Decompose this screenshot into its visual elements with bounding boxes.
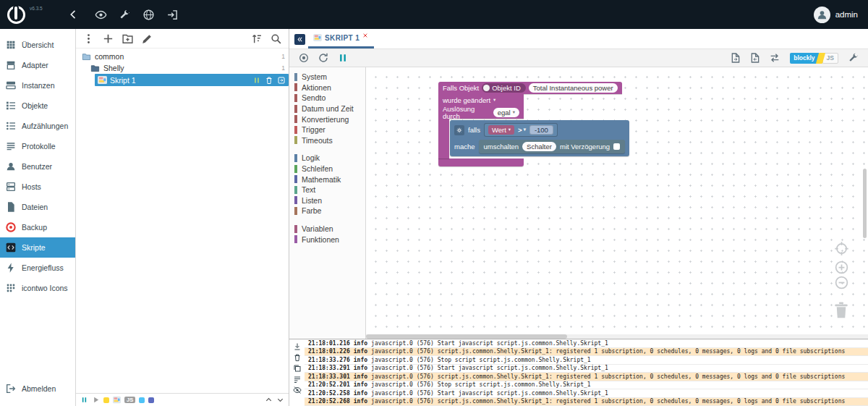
sidebar-item-dateien[interactable]: Dateien	[0, 197, 75, 217]
blockly-toolbox: System Aktionen Sendto Datum und Zeit Ko…	[289, 67, 366, 339]
toolbox-category-funktionen[interactable]: Funktionen	[289, 234, 365, 245]
add-folder-button[interactable]	[122, 33, 134, 45]
expand-all-icon[interactable]	[276, 396, 284, 404]
category-label: Timeouts	[302, 136, 333, 145]
tree-folder-shelly[interactable]: Shelly 1	[76, 62, 289, 74]
sort-icon[interactable]	[250, 33, 263, 45]
sidebar-item-energiefluss[interactable]: Energiefluss	[0, 258, 75, 278]
sidebar-item-benutzer[interactable]: Benutzer	[0, 156, 75, 177]
mutator-gear-icon[interactable]	[454, 125, 464, 135]
toolbox-category-timeouts[interactable]: Timeouts	[289, 135, 365, 146]
menu-dots-icon[interactable]	[82, 33, 95, 45]
wrench-icon[interactable]	[119, 9, 131, 21]
category-label: Funktionen	[302, 235, 339, 244]
export-blocks-icon[interactable]	[730, 52, 741, 64]
category-color-bar	[294, 154, 297, 162]
blockly-settings-wrench-icon[interactable]	[848, 52, 859, 64]
collapse-all-icon[interactable]	[265, 396, 273, 404]
number-field[interactable]: -100	[529, 125, 553, 135]
download-log-icon[interactable]	[293, 342, 302, 351]
toolbox-category-text[interactable]: Text	[289, 185, 365, 195]
filter-blockly-icon[interactable]	[113, 396, 121, 404]
filter-typescript-icon[interactable]	[139, 397, 145, 403]
pause-script-icon[interactable]	[252, 76, 261, 85]
toolbox-category-datum-und-zeit[interactable]: Datum und Zeit	[289, 103, 365, 114]
sidebar-item-objekte[interactable]: Objekte	[0, 96, 75, 116]
swap-icon[interactable]	[769, 52, 780, 64]
trigger-block-header[interactable]: Falls Objekt Objekt ID Total Instantaneo…	[438, 82, 622, 94]
sidebar-item-icontwo[interactable]: icontwo Icons	[0, 278, 75, 298]
pause-script-icon[interactable]	[337, 52, 349, 64]
toolbox-category-mathematik[interactable]: Mathematik	[289, 174, 365, 185]
delay-checkbox[interactable]	[613, 143, 620, 150]
exit-app-icon[interactable]	[166, 9, 179, 21]
filter-running-icon[interactable]	[92, 396, 100, 404]
search-icon[interactable]	[270, 33, 282, 45]
sidebar-item-hosts[interactable]: Hosts	[0, 177, 75, 197]
toolbox-category-listen[interactable]: Listen	[289, 195, 365, 206]
tree-script-skript-1[interactable]: Skript 1	[95, 74, 289, 86]
filter-js-color[interactable]	[103, 397, 109, 403]
export-script-icon[interactable]	[277, 76, 286, 85]
import-blocks-icon[interactable]	[749, 52, 761, 64]
sidebar-item-backup[interactable]: Backup	[0, 217, 75, 237]
edit-pencil-icon[interactable]	[141, 33, 153, 45]
toggle-target-field[interactable]: Schalter	[522, 142, 556, 151]
zoom-in-icon[interactable]	[834, 260, 849, 275]
vertical-scrollbar[interactable]	[863, 169, 867, 238]
toolbox-category-trigger[interactable]: Trigger	[289, 124, 365, 135]
toolbox-category-variablen[interactable]: Variablen	[289, 224, 365, 234]
logout-button[interactable]: Abmelden	[0, 378, 75, 399]
tab-skript-1[interactable]: SKRIPT 1	[308, 30, 374, 48]
scrollbar-thumb[interactable]	[366, 334, 567, 339]
filter-js-badge[interactable]: JS	[124, 397, 135, 404]
sidebar-item-aufzaehlungen[interactable]: Aufzählungen	[0, 116, 75, 136]
hide-log-icon[interactable]	[293, 386, 302, 394]
toolbox-category-system[interactable]: System	[289, 72, 365, 83]
sidebar-item-adapter[interactable]: Adapter	[0, 55, 75, 75]
clear-log-icon[interactable]	[293, 353, 302, 362]
toolbox-category-aktionen[interactable]: Aktionen	[289, 83, 365, 93]
wrap-lines-icon[interactable]	[293, 375, 302, 384]
trash-icon[interactable]	[830, 297, 852, 322]
sidebar-item-instanzen[interactable]: Instanzen	[0, 75, 75, 96]
sidebar-item-protokolle[interactable]: Protokolle	[0, 136, 75, 156]
toolbox-category-farbe[interactable]: Farbe	[289, 206, 365, 216]
close-tab-icon[interactable]	[362, 33, 368, 38]
trigger-event-dropdown[interactable]: wurde geändert	[443, 97, 490, 104]
globe-icon[interactable]	[142, 9, 155, 21]
tab-menu-icon[interactable]	[294, 34, 305, 45]
filter-paused-icon[interactable]	[80, 396, 88, 404]
object-name-field[interactable]: Total Instantaneous power	[529, 83, 618, 93]
delete-script-icon[interactable]	[265, 76, 273, 85]
add-script-button[interactable]	[102, 33, 114, 45]
chevron-down-icon: ▾	[524, 127, 526, 132]
user-menu[interactable]: admin	[814, 7, 858, 23]
compare-block[interactable]: Wert▾ >▾ -100	[484, 123, 558, 137]
zoom-reset-icon[interactable]	[834, 241, 849, 256]
value-block[interactable]: Wert▾	[488, 125, 514, 135]
sidebar-item-uebersicht[interactable]: Übersicht	[0, 35, 75, 55]
copy-log-icon[interactable]	[293, 364, 302, 373]
zoom-out-icon[interactable]	[834, 275, 849, 290]
object-id-chip[interactable]: Objekt ID	[482, 83, 526, 93]
chevron-left-icon[interactable]	[67, 9, 79, 20]
toolbox-category-schleifen[interactable]: Schleifen	[289, 164, 365, 174]
toolbox-category-logik[interactable]: Logik	[289, 153, 365, 164]
blockly-canvas[interactable]: Falls Objekt Objekt ID Total Instantaneo…	[366, 67, 868, 339]
enum-list-icon	[5, 120, 17, 132]
horizontal-scrollbar[interactable]	[366, 334, 868, 339]
blockly-js-toggle[interactable]: blockly JS	[790, 53, 838, 64]
operator-dropdown[interactable]: >▾	[518, 127, 526, 134]
sidebar-item-skripte[interactable]: Skripte	[0, 237, 75, 258]
tree-folder-common[interactable]: common 1	[76, 51, 289, 62]
check-blocks-icon[interactable]	[298, 52, 310, 64]
toggle-block[interactable]: umschalten Schalter mit Verzögerung	[479, 140, 626, 153]
restart-script-icon[interactable]	[318, 52, 329, 64]
toolbox-category-sendto[interactable]: Sendto	[289, 93, 365, 103]
filter-rules-icon[interactable]	[148, 397, 154, 403]
toolbox-category-konvertierung[interactable]: Konvertierung	[289, 114, 365, 124]
visibility-icon[interactable]	[95, 9, 107, 21]
trigger-condition-dropdown[interactable]: egal▾	[493, 108, 519, 117]
if-block[interactable]: falls Wert▾ >▾ -100 mache	[450, 120, 629, 156]
